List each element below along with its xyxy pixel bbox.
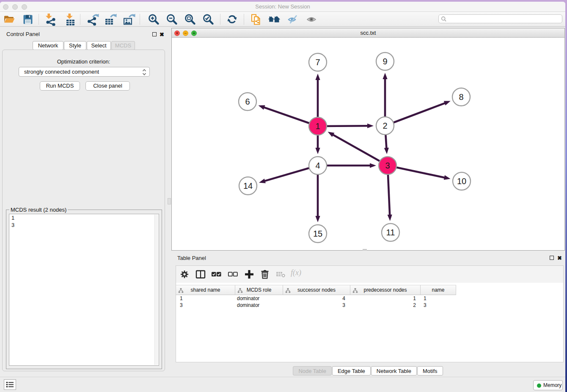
graph-node-3[interactable]: 3 <box>379 157 396 174</box>
gear-icon[interactable] <box>179 268 190 280</box>
refresh-icon[interactable] <box>226 13 239 26</box>
memory-button[interactable]: Memory <box>533 380 563 390</box>
home-view-icon[interactable] <box>268 13 281 26</box>
network-resize-handle[interactable] <box>363 249 367 251</box>
control-tab-network[interactable]: Network <box>33 41 63 50</box>
network-window: × − + scc.txt 1234678910111415 <box>171 28 565 251</box>
table-tab-network-table[interactable]: Network Table <box>371 366 417 375</box>
import-network-icon[interactable] <box>44 13 57 26</box>
table-panel-close-icon[interactable]: ✖ <box>557 256 562 260</box>
column-header-MCDS-role[interactable]: MCDS role <box>235 285 283 295</box>
zoom-selected-icon[interactable] <box>202 13 215 26</box>
graph-edge-1-6[interactable] <box>258 105 318 126</box>
desktop: Session: New Session Control Panel ✖ Net… <box>0 0 567 392</box>
criterion-value: strongly connected component <box>24 69 99 75</box>
table-cell[interactable]: 1 <box>176 295 235 302</box>
table-tab-node-table[interactable]: Node Table <box>293 366 332 375</box>
dropdown-stepper-icon <box>142 68 147 76</box>
table-row[interactable]: 1dominator411 <box>176 295 456 302</box>
save-session-icon[interactable] <box>22 13 34 26</box>
table-row[interactable]: 3dominator323 <box>176 302 456 309</box>
export-table-icon[interactable] <box>104 13 117 26</box>
svg-text:15: 15 <box>313 229 322 238</box>
deselect-all-icon[interactable] <box>227 268 239 280</box>
svg-text:7: 7 <box>315 58 320 67</box>
run-mcds-button[interactable]: Run MCDS <box>40 81 80 91</box>
graph-node-15[interactable]: 15 <box>309 225 327 243</box>
table-tab-edge-table[interactable]: Edge Table <box>332 366 371 375</box>
control-tab-mcds[interactable]: MCDS <box>111 41 135 50</box>
table-tab-motifs[interactable]: Motifs <box>417 366 443 375</box>
zoom-fit-icon[interactable] <box>184 13 196 26</box>
table-cell[interactable]: 1 <box>350 295 421 302</box>
table-cell[interactable]: 3 <box>421 302 456 309</box>
graph-node-14[interactable]: 14 <box>239 177 257 195</box>
graph-edge-2-8[interactable] <box>385 101 451 126</box>
svg-text:11: 11 <box>386 228 395 237</box>
delete-column-icon[interactable] <box>259 268 271 280</box>
svg-text:4: 4 <box>315 161 320 170</box>
column-header-shared-name[interactable]: shared name <box>176 285 235 295</box>
search-input[interactable] <box>448 15 560 22</box>
table-panel-float-button[interactable] <box>550 256 554 260</box>
svg-text:6: 6 <box>245 97 250 106</box>
function-builder-icon[interactable]: f(x) <box>291 268 303 280</box>
table-cell[interactable]: 3 <box>283 302 350 309</box>
task-history-button[interactable] <box>4 379 16 390</box>
graph-node-6[interactable]: 6 <box>239 93 256 110</box>
optimization-label: Optimization criterion: <box>3 58 165 65</box>
column-header-successor-nodes[interactable]: successor nodes <box>283 285 350 295</box>
table-cell[interactable]: 2 <box>350 302 421 309</box>
graph-node-7[interactable]: 7 <box>309 53 327 71</box>
open-session-icon[interactable] <box>3 13 16 26</box>
graph-edge-3-1[interactable] <box>328 132 388 166</box>
table-cell[interactable]: dominator <box>235 302 283 309</box>
table-cell[interactable]: dominator <box>235 295 283 302</box>
hide-details-icon[interactable] <box>287 13 300 26</box>
graph-node-9[interactable]: 9 <box>376 52 394 70</box>
table-panel: Table Panel ✖ f(x) shared nameMCDS roles… <box>171 252 565 378</box>
control-tab-select[interactable]: Select <box>87 41 111 50</box>
copy-network-icon[interactable] <box>250 13 262 26</box>
splitter-handle[interactable] <box>168 198 171 204</box>
split-panel-icon[interactable] <box>195 268 206 280</box>
result-scrollbar[interactable] <box>154 215 158 365</box>
memory-status-icon <box>537 384 541 388</box>
column-header-predecessor-nodes[interactable]: predecessor nodes <box>350 285 421 295</box>
graph-node-4[interactable]: 4 <box>309 157 327 174</box>
column-header-name[interactable]: name <box>421 285 456 295</box>
list-icon <box>4 380 16 389</box>
mcds-result-line: 3 <box>9 221 159 229</box>
zoom-out-icon[interactable] <box>165 13 178 26</box>
control-panel-close-icon[interactable]: ✖ <box>160 32 164 37</box>
show-details-icon[interactable] <box>306 13 318 26</box>
table-cell[interactable]: 1 <box>421 295 456 302</box>
graph-node-8[interactable]: 8 <box>452 88 470 106</box>
export-network-icon[interactable] <box>86 13 99 26</box>
mcds-result-area[interactable]: 13 <box>9 214 159 366</box>
search-icon <box>441 16 447 22</box>
select-all-icon[interactable] <box>210 268 222 280</box>
export-image-icon[interactable] <box>123 13 135 26</box>
graph-node-1[interactable]: 1 <box>309 117 327 135</box>
graph-node-11[interactable]: 11 <box>382 224 399 241</box>
network-window-titlebar: × − + scc.txt <box>172 28 564 38</box>
svg-text:8: 8 <box>459 92 463 102</box>
control-panel-float-button[interactable] <box>152 32 157 36</box>
graph-edge-3-10[interactable] <box>388 166 451 180</box>
add-column-icon[interactable] <box>243 268 255 280</box>
criterion-dropdown[interactable]: strongly connected component <box>19 67 150 77</box>
svg-text:9: 9 <box>383 57 387 66</box>
network-canvas[interactable]: 1234678910111415 <box>172 38 564 250</box>
table-cell[interactable]: 3 <box>176 302 235 309</box>
search-box[interactable] <box>438 14 562 23</box>
delete-table-icon[interactable] <box>275 268 287 280</box>
control-tab-style[interactable]: Style <box>64 41 86 50</box>
zoom-in-icon[interactable] <box>147 13 160 26</box>
graph-node-10[interactable]: 10 <box>453 172 471 190</box>
import-table-icon[interactable] <box>63 13 76 26</box>
table-cell[interactable]: 4 <box>283 295 350 302</box>
graph-node-2[interactable]: 2 <box>376 117 394 135</box>
close-panel-button[interactable]: Close panel <box>85 81 130 91</box>
table-tabs: Node TableEdge TableNetwork TableMotifs <box>171 366 565 375</box>
